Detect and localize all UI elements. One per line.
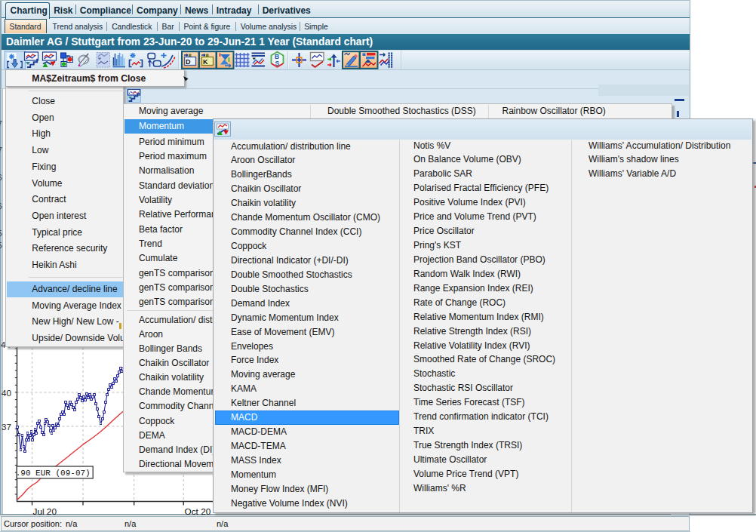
svg-text:D: D xyxy=(186,58,191,66)
svg-text:40: 40 xyxy=(2,389,11,398)
svg-text:Jul 20: Jul 20 xyxy=(33,506,57,517)
svg-text:46: 46 xyxy=(0,201,2,211)
svg-text:K: K xyxy=(203,58,208,66)
svg-text:45: 45 xyxy=(0,229,2,238)
svg-text:46: 46 xyxy=(0,173,2,182)
svg-text:45: 45 xyxy=(0,241,2,250)
svg-text:S: S xyxy=(275,60,280,67)
svg-text:47: 47 xyxy=(0,146,2,155)
svg-text:47: 47 xyxy=(0,119,2,128)
svg-text:39.90 EUR (09-07): 39.90 EUR (09-07) xyxy=(6,469,91,478)
svg-text:Oct 20: Oct 20 xyxy=(185,506,211,517)
svg-text:37: 37 xyxy=(2,423,11,432)
